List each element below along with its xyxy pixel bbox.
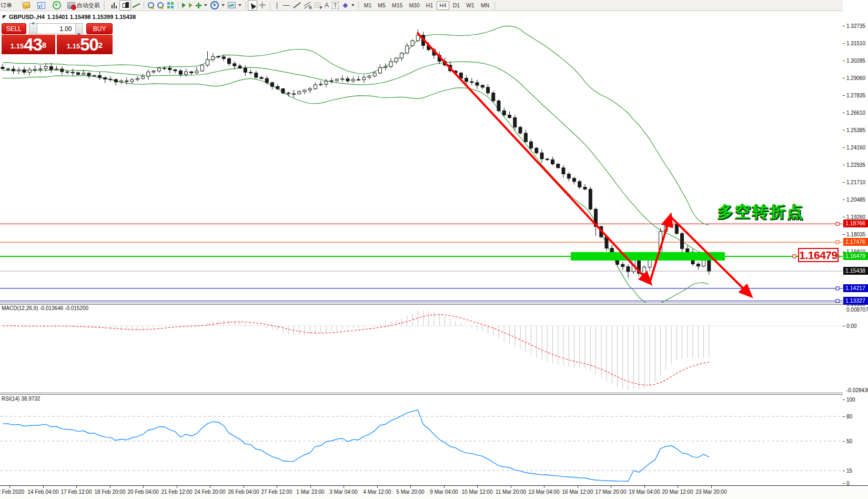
vertical-line-icon xyxy=(277,2,277,9)
sell-price-display[interactable]: 1.15 43 8 xyxy=(2,35,55,54)
channel-tool-button[interactable]: E xyxy=(302,1,312,10)
price-axis-tick: 1.32735 xyxy=(843,23,865,29)
crosshair-tool-button[interactable] xyxy=(257,1,268,10)
buy-button[interactable]: BUY xyxy=(86,23,113,34)
bar-chart-button[interactable] xyxy=(109,1,119,10)
arrows-tool-button[interactable] xyxy=(340,1,356,10)
price-level-badge: 1.15438 xyxy=(843,267,868,275)
timeframe-mn-button[interactable]: MN xyxy=(478,1,492,10)
time-axis-tick xyxy=(410,486,411,488)
toolbar-separator xyxy=(358,2,359,9)
auto-scroll-button[interactable] xyxy=(187,1,194,10)
text-tool-icon: A xyxy=(325,2,329,9)
fibonacci-icon: F xyxy=(314,2,321,9)
tile-windows-button[interactable] xyxy=(165,1,176,10)
macd-axis-tick: 0.00 xyxy=(843,323,856,329)
price-axis-tick: 1.21710 xyxy=(843,179,865,185)
triangle-down-icon xyxy=(32,23,35,33)
time-axis-tick xyxy=(611,486,611,488)
timeframe-m5-button[interactable]: M5 xyxy=(375,1,388,10)
equidistant-channel-icon: E xyxy=(304,2,311,9)
horizontal-line-icon xyxy=(283,5,290,6)
add-indicator-button[interactable] xyxy=(194,1,209,10)
macd-indicator-pane[interactable] xyxy=(0,305,843,393)
time-axis-label: 11 Mar 20:00 xyxy=(496,489,526,495)
templates-button[interactable] xyxy=(226,1,243,10)
vertical-line-tool-button[interactable] xyxy=(272,1,281,10)
timeframe-m30-button[interactable]: M30 xyxy=(406,1,422,10)
time-axis-tick xyxy=(377,486,378,488)
toolbar-separator xyxy=(245,2,246,9)
time-axis-tick xyxy=(143,486,144,488)
toolbar-grip xyxy=(104,2,107,9)
text-label-tool-button[interactable]: T xyxy=(330,1,340,10)
time-axis-label: 3 Mar 04:00 xyxy=(329,489,357,495)
line-chart-button[interactable] xyxy=(131,1,142,10)
timeframe-d1-button[interactable]: D1 xyxy=(450,1,462,10)
strategy-tester-button[interactable] xyxy=(51,1,63,10)
time-axis-label: 20 Feb 04:00 xyxy=(128,489,159,495)
chart-ohlc-values: 1.15401 1.15498 1.15399 1.15438 xyxy=(47,14,136,20)
buy-price-display[interactable]: 1.15 50 2 xyxy=(57,35,113,54)
main-price-chart[interactable] xyxy=(0,11,843,303)
price-axis-tick: 1.27835 xyxy=(843,92,865,98)
rsi-indicator-pane[interactable] xyxy=(0,395,843,485)
rsi-axis-tick: 100 xyxy=(843,396,855,403)
time-axis-tick xyxy=(644,486,645,488)
periods-button[interactable] xyxy=(209,1,226,10)
price-level-badge: 1.18766 xyxy=(843,219,868,227)
candlestick-chart-button[interactable] xyxy=(119,0,131,11)
horizontal-line-tool-button[interactable] xyxy=(281,1,291,10)
zoom-in-button[interactable] xyxy=(146,1,156,10)
timeframe-m1-button[interactable]: M1 xyxy=(361,1,375,10)
time-axis-label: 17 Feb 12:00 xyxy=(61,489,92,495)
time-axis[interactable]: 12 Feb 2020 14 Feb 04:00 17 Feb 12:00 18… xyxy=(0,485,868,499)
sell-price-prefix: 1.15 xyxy=(11,39,24,53)
profiles-button[interactable] xyxy=(21,1,32,10)
time-axis-tick xyxy=(344,486,344,488)
time-axis-label: 12 Feb 2020 xyxy=(0,489,24,495)
zoom-out-button[interactable] xyxy=(156,1,165,10)
time-axis-label: 19 Mar 04:00 xyxy=(629,489,660,495)
price-callout-label[interactable]: 1.16479 xyxy=(798,248,839,262)
timeframe-w1-button[interactable]: W1 xyxy=(463,1,477,10)
time-axis-label: 20 Mar 12:00 xyxy=(662,489,693,495)
text-label-icon: T xyxy=(332,2,339,9)
timeframe-h4-button[interactable]: H4 xyxy=(437,1,449,10)
volume-increase-button[interactable] xyxy=(75,23,84,34)
timeframe-h1-button[interactable]: H1 xyxy=(423,1,436,10)
sell-button[interactable]: SELL xyxy=(2,23,26,34)
price-axis-tick: 1.29060 xyxy=(843,75,865,81)
triangle-up-icon xyxy=(77,25,80,35)
price-axis-tick: 1.20485 xyxy=(843,196,865,203)
shift-chart-icon xyxy=(182,3,186,8)
time-axis-tick xyxy=(511,486,511,488)
trendline-tool-button[interactable] xyxy=(291,1,302,10)
cursor-tool-button[interactable] xyxy=(248,0,257,11)
chart-annotation-text[interactable]: 多空转折点 xyxy=(718,201,804,223)
toolbar-separator xyxy=(178,2,178,9)
new-chart-icon xyxy=(37,2,45,9)
volume-decrease-button[interactable] xyxy=(29,23,37,34)
time-axis-label: 14 Feb 04:00 xyxy=(28,489,59,495)
auto-trading-icon xyxy=(67,2,75,9)
price-level-badge: 1.14217 xyxy=(843,284,868,292)
sell-price-main: 43 xyxy=(24,36,42,53)
auto-trading-button[interactable]: 自动交易 xyxy=(66,1,102,10)
time-axis-label: 18 Feb 20:00 xyxy=(95,489,126,495)
time-axis-tick xyxy=(444,486,445,488)
auto-trading-label: 自动交易 xyxy=(77,2,100,9)
rsi-axis-tick: 15 xyxy=(843,467,852,474)
fibonacci-tool-button[interactable]: F xyxy=(312,1,323,10)
volume-input[interactable] xyxy=(37,23,75,34)
zoom-in-icon xyxy=(148,2,154,8)
shift-chart-button[interactable] xyxy=(180,1,187,10)
sell-price-pip: 8 xyxy=(42,35,46,56)
text-tool-button[interactable]: A xyxy=(323,1,330,10)
time-axis-tick xyxy=(110,486,110,488)
timeframe-m15-button[interactable]: M15 xyxy=(389,1,405,10)
new-chart-button[interactable] xyxy=(36,1,47,10)
trendline-icon xyxy=(293,2,300,9)
time-axis-tick xyxy=(244,486,244,488)
new-order-button[interactable]: 新订单 xyxy=(0,1,14,10)
